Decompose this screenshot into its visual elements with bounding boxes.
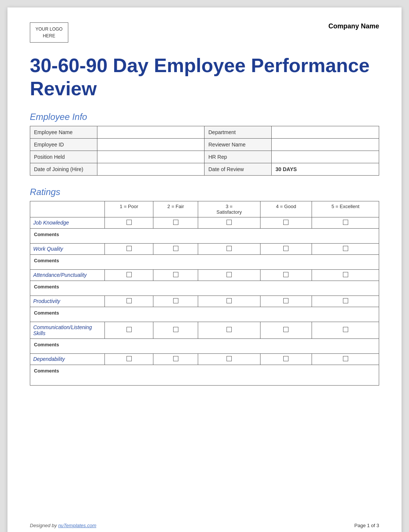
employee-info-title: Employee Info — [30, 112, 379, 122]
checkbox[interactable] — [283, 272, 288, 277]
wq-check-4[interactable] — [260, 243, 312, 254]
pr-check-4[interactable] — [260, 296, 312, 307]
pr-check-5[interactable] — [312, 296, 379, 307]
employee-id-label: Employee ID — [30, 138, 97, 151]
designed-by-text: Designed by — [30, 523, 58, 528]
table-row: Employee Name Department — [30, 126, 379, 138]
ap-comments[interactable]: Comments — [30, 281, 379, 296]
checkbox[interactable] — [127, 298, 132, 303]
ratings-title: Ratings — [30, 187, 379, 197]
checkbox[interactable] — [173, 220, 178, 225]
checkbox[interactable] — [283, 327, 288, 332]
wq-check-2[interactable] — [153, 243, 198, 254]
employee-name-label: Employee Name — [30, 126, 97, 138]
company-name: Company Name — [328, 22, 379, 30]
work-quality-label: Work Quality — [30, 243, 105, 254]
checkbox[interactable] — [127, 246, 132, 251]
department-value[interactable] — [272, 126, 379, 138]
checkbox[interactable] — [227, 246, 232, 251]
checkbox[interactable] — [127, 356, 132, 361]
ap-check-5[interactable] — [312, 269, 379, 281]
table-row: Comments — [30, 228, 379, 243]
pr-check-2[interactable] — [153, 296, 198, 307]
footer-designed-by: Designed by nuTemplates.com — [30, 523, 96, 528]
checkbox[interactable] — [227, 220, 232, 225]
checkbox[interactable] — [343, 298, 348, 303]
jk-check-1[interactable] — [105, 217, 153, 228]
ratings-header-empty — [30, 201, 105, 217]
ap-check-2[interactable] — [153, 269, 198, 281]
pr-check-1[interactable] — [105, 296, 153, 307]
checkbox[interactable] — [343, 220, 348, 225]
wq-check-5[interactable] — [312, 243, 379, 254]
wq-check-3[interactable] — [198, 243, 260, 254]
checkbox[interactable] — [127, 220, 132, 225]
dep-comments[interactable]: Comments — [30, 365, 379, 385]
cl-comments[interactable]: Comments — [30, 338, 379, 353]
table-row: Job Knowledge — [30, 217, 379, 228]
table-row: Date of Joining (Hire) Date of Review 30… — [30, 163, 379, 175]
cl-check-3[interactable] — [198, 322, 260, 338]
cl-check-4[interactable] — [260, 322, 312, 338]
dep-check-2[interactable] — [153, 353, 198, 365]
jk-check-4[interactable] — [260, 217, 312, 228]
jk-comments[interactable]: Comments — [30, 228, 379, 243]
employee-name-value[interactable] — [97, 126, 204, 138]
cl-check-1[interactable] — [105, 322, 153, 338]
checkbox[interactable] — [343, 272, 348, 277]
dep-check-3[interactable] — [198, 353, 260, 365]
position-held-value[interactable] — [97, 151, 204, 163]
checkbox[interactable] — [343, 356, 348, 361]
page-footer: Designed by nuTemplates.com Page 1 of 3 — [30, 523, 379, 528]
checkbox[interactable] — [173, 298, 178, 303]
checkbox[interactable] — [227, 327, 232, 332]
ap-check-3[interactable] — [198, 269, 260, 281]
wq-check-1[interactable] — [105, 243, 153, 254]
table-row: Comments — [30, 338, 379, 353]
checkbox[interactable] — [173, 356, 178, 361]
employee-id-value[interactable] — [97, 138, 204, 151]
communication-label: Communication/Listening Skills — [30, 322, 105, 338]
reviewer-name-value[interactable] — [272, 138, 379, 151]
date-joining-value[interactable] — [97, 163, 204, 175]
checkbox[interactable] — [127, 327, 132, 332]
pr-check-3[interactable] — [198, 296, 260, 307]
dep-check-4[interactable] — [260, 353, 312, 365]
checkbox[interactable] — [283, 356, 288, 361]
jk-check-2[interactable] — [153, 217, 198, 228]
checkbox[interactable] — [343, 327, 348, 332]
checkbox[interactable] — [127, 272, 132, 277]
reviewer-name-label: Reviewer Name — [204, 138, 272, 151]
jk-check-3[interactable] — [198, 217, 260, 228]
checkbox[interactable] — [227, 298, 232, 303]
table-row: Employee ID Reviewer Name — [30, 138, 379, 151]
dep-check-5[interactable] — [312, 353, 379, 365]
checkbox[interactable] — [173, 327, 178, 332]
checkbox[interactable] — [227, 356, 232, 361]
table-row: Communication/Listening Skills — [30, 322, 379, 338]
checkbox[interactable] — [283, 298, 288, 303]
date-review-value[interactable]: 30 DAYS — [272, 163, 379, 175]
table-row: Productivity — [30, 296, 379, 307]
cl-check-5[interactable] — [312, 322, 379, 338]
pr-comments[interactable]: Comments — [30, 307, 379, 322]
checkbox[interactable] — [173, 246, 178, 251]
ratings-table: 1 = Poor 2 = Fair 3 =Satisfactory 4 = Go… — [30, 201, 379, 386]
jk-check-5[interactable] — [312, 217, 379, 228]
dep-check-1[interactable] — [105, 353, 153, 365]
cl-check-2[interactable] — [153, 322, 198, 338]
department-label: Department — [204, 126, 272, 138]
col-5-header: 5 = Excellent — [312, 201, 379, 217]
ap-check-1[interactable] — [105, 269, 153, 281]
wq-comments[interactable]: Comments — [30, 254, 379, 269]
footer-link[interactable]: nuTemplates.com — [58, 523, 96, 528]
checkbox[interactable] — [227, 272, 232, 277]
checkbox[interactable] — [283, 246, 288, 251]
checkbox[interactable] — [283, 220, 288, 225]
checkbox[interactable] — [343, 246, 348, 251]
hr-rep-value[interactable] — [272, 151, 379, 163]
date-joining-label: Date of Joining (Hire) — [30, 163, 97, 175]
job-knowledge-label: Job Knowledge — [30, 217, 105, 228]
checkbox[interactable] — [173, 272, 178, 277]
ap-check-4[interactable] — [260, 269, 312, 281]
